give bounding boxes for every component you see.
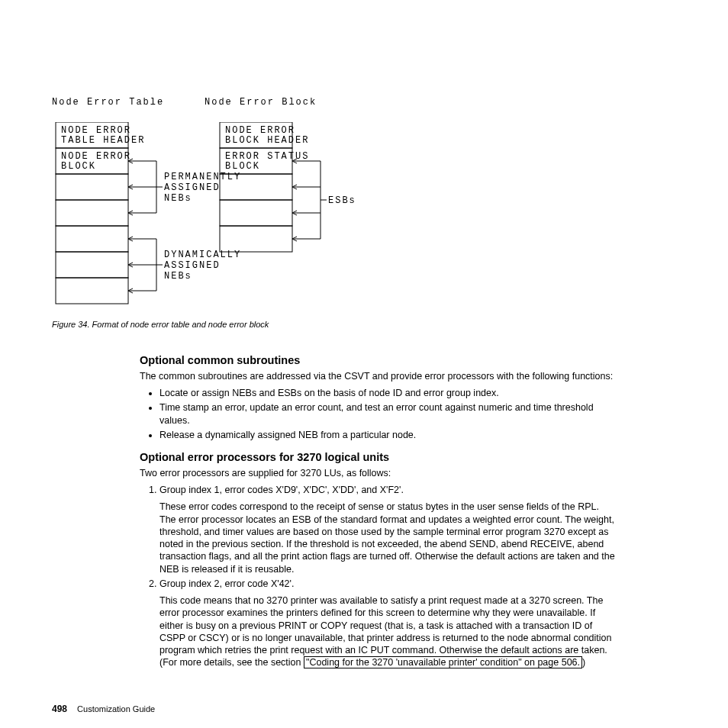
svg-text:NODE ERROR: NODE ERROR	[61, 125, 131, 136]
svg-text:DYNAMICALLY: DYNAMICALLY	[164, 250, 241, 260]
svg-text:ASSIGNED: ASSIGNED	[164, 260, 221, 271]
svg-text:BLOCK: BLOCK	[61, 161, 96, 172]
bullet-item: Release a dynamically assigned NEB from …	[159, 429, 617, 441]
cross-reference-link[interactable]: "Coding for the 3270 'unavailable printe…	[304, 656, 582, 668]
svg-rect-31	[220, 226, 292, 252]
node-error-diagram: NODE ERROR TABLE HEADER NODE ERROR BLOCK…	[52, 122, 388, 313]
svg-text:TABLE HEADER: TABLE HEADER	[61, 135, 145, 146]
svg-text:PERMANENTLY: PERMANENTLY	[164, 172, 241, 182]
svg-rect-30	[220, 200, 292, 226]
list-item-2: Group index 2, error code X'42'. This co…	[159, 578, 617, 669]
svg-text:ERROR STATUS: ERROR STATUS	[225, 151, 309, 162]
svg-rect-2	[56, 174, 128, 200]
diagram-title-left: Node Error Table	[52, 97, 164, 108]
svg-rect-4	[56, 226, 128, 252]
book-title: Customization Guide	[77, 704, 155, 714]
section2-list: Group index 1, error codes X'D9', X'DC',…	[140, 484, 617, 669]
svg-rect-3	[56, 200, 128, 226]
bullet-item: Time stamp an error, update an error cou…	[159, 401, 617, 427]
svg-text:NEBs: NEBs	[164, 193, 192, 204]
page-number: 498	[52, 704, 67, 714]
svg-rect-5	[56, 252, 128, 278]
section1-intro: The common subroutines are addressed via…	[140, 370, 617, 382]
figure-caption: Figure 34. Format of node error table an…	[52, 320, 269, 329]
diagram-title-right: Node Error Block	[205, 97, 317, 108]
section1-bullets: Locate or assign NEBs and ESBs on the ba…	[140, 387, 617, 441]
svg-text:ESBs: ESBs	[328, 195, 356, 206]
page-footer: 498 Customization Guide	[52, 704, 155, 714]
list-item-1: Group index 1, error codes X'D9', X'DC',…	[159, 484, 617, 575]
svg-text:BLOCK: BLOCK	[225, 161, 260, 172]
bullet-item: Locate or assign NEBs and ESBs on the ba…	[159, 387, 617, 399]
svg-text:NODE ERROR: NODE ERROR	[225, 125, 295, 136]
section1-title: Optional common subroutines	[140, 353, 617, 368]
section2-title: Optional error processors for 3270 logic…	[140, 450, 617, 465]
svg-text:ASSIGNED: ASSIGNED	[164, 182, 221, 193]
section2-intro: Two error processors are supplied for 32…	[140, 467, 617, 479]
svg-text:BLOCK HEADER: BLOCK HEADER	[225, 135, 309, 146]
svg-text:NEBs: NEBs	[164, 271, 192, 282]
svg-text:NODE ERROR: NODE ERROR	[61, 151, 131, 162]
svg-rect-6	[56, 278, 128, 304]
